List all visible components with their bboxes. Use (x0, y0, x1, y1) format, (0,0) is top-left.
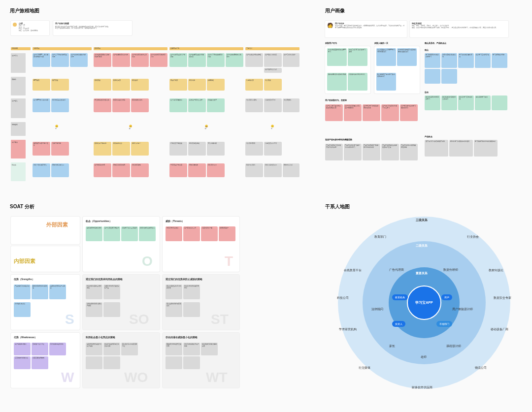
row-thoughts: 用户想法 (11, 98, 26, 118)
row-painpoints: 用户痛点 (11, 140, 26, 158)
chip-user[interactable]: 用户 (441, 294, 452, 300)
row-emotion: 情绪曲线 (11, 122, 26, 136)
journey-goal: 用户目标与期望 希望通过使用该产品提升学习效率，快速掌握所需知识技能，获得良好的… (53, 21, 132, 35)
row-opportunity: 机会点 (11, 162, 26, 181)
row-touchpoints: 接触点 (11, 77, 26, 95)
persona-title: 用户画像 (325, 8, 345, 14)
stakeholder-title: 干系人地图 (325, 204, 350, 210)
stage-1: 浏览商品 (33, 47, 92, 50)
soat-title: SOAT 分析 (10, 204, 34, 210)
persona-card-b: 特征及描述 特征：年轻、高学历、高收入、有上进心、追求专业提升。 描述：该用户群… (410, 21, 508, 37)
stage-4: 下单支付 (245, 47, 299, 50)
chip-market[interactable]: 市场部门 (436, 321, 452, 327)
center-circle: 学习宝APP (407, 285, 441, 320)
persona-card-a: 🧑 用户分组A 该用户分组：属于互联网行业的年轻用户，对新事物接受度高，追求效率… (325, 21, 407, 37)
stage-2: 搜索商品 (94, 47, 167, 50)
chip-investor[interactable]: 投资人 (392, 321, 405, 327)
journey-title: 用户旅程地图 (10, 8, 39, 14)
canvas: 用户旅程地图 小明 年龄：28 性别：男 职业：产品经理 特征：追求效率，喜欢新… (0, 0, 532, 412)
stage-header: 阶段步骤 (11, 47, 31, 50)
soat-ext (11, 217, 80, 244)
journey-persona: 小明 年龄：28 性别：男 职业：产品经理 特征：追求效率，喜欢新事物 (11, 21, 49, 35)
stage-3: 查看商品详情 (169, 47, 243, 50)
row-behavior: 用户行为 (11, 53, 26, 73)
chip-edu[interactable]: 教育机构 (392, 294, 408, 300)
